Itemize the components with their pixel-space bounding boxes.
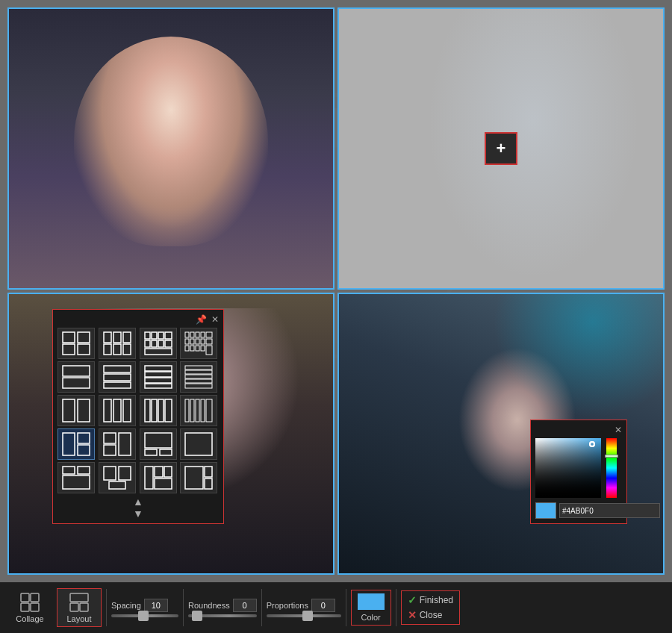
svg-rect-23 [145,349,172,355]
svg-rect-75 [160,449,172,455]
layout-item-10[interactable] [99,395,136,426]
color-picker-close-icon[interactable]: ✕ [615,425,622,435]
svg-rect-27 [201,332,205,337]
check-icon: ✓ [408,594,417,606]
color-swatch-preview [535,502,556,519]
photo-cell-2[interactable]: + [337,7,665,290]
svg-rect-91 [31,593,39,602]
layout-close-icon[interactable]: ✕ [211,314,219,325]
svg-rect-96 [80,603,88,611]
color-button[interactable]: Color [351,590,391,626]
svg-rect-74 [145,449,157,455]
svg-rect-31 [196,339,199,344]
svg-rect-68 [78,433,90,443]
layout-item-14[interactable] [99,428,136,460]
svg-rect-86 [155,478,172,489]
add-photo-button[interactable]: + [485,132,517,165]
layout-button[interactable]: Layout [57,588,102,627]
color-swatch [358,593,385,610]
separator-5 [396,589,396,626]
roundness-control: Roundness 0 [188,599,257,617]
layout-grid [57,328,219,493]
layout-label: Layout [66,614,91,623]
spacing-value: 10 [144,599,168,612]
svg-rect-54 [78,399,90,422]
color-hue-slider[interactable] [606,438,617,498]
svg-rect-14 [123,344,131,355]
layout-item-6[interactable] [99,361,136,393]
layout-item-12[interactable] [180,395,217,426]
svg-rect-25 [190,332,194,337]
proportions-value: 0 [311,599,335,612]
photo-cell-1[interactable] [7,7,335,290]
color-picker-panel: ✕ #4AB0F0 [530,420,627,524]
layout-item-16[interactable] [180,428,217,460]
layout-item-1[interactable] [57,328,95,359]
svg-rect-63 [190,399,194,422]
cross-icon: ✕ [408,609,417,621]
svg-rect-82 [109,481,125,489]
layout-item-17[interactable] [57,462,95,493]
layout-item-18[interactable] [99,462,136,493]
svg-rect-49 [185,370,212,374]
finished-button[interactable]: ✓ Finished [408,594,453,606]
proportions-label: Proportions [267,601,308,610]
layout-arrow-up[interactable]: ▲ [133,496,143,507]
spacing-slider[interactable] [111,614,178,617]
svg-rect-19 [145,340,150,347]
layout-item-3[interactable] [140,328,177,359]
proportions-slider[interactable] [267,614,341,617]
proportions-thumb[interactable] [302,611,313,621]
svg-rect-81 [119,467,131,480]
bottom-toolbar: Collage Layout Spacing 10 Roundness 0 [0,582,672,633]
svg-rect-80 [104,467,116,480]
svg-rect-58 [145,399,150,422]
svg-rect-47 [145,384,172,388]
svg-rect-35 [190,346,194,351]
svg-rect-62 [185,399,189,422]
layout-item-9[interactable] [57,395,95,426]
svg-rect-70 [104,433,116,443]
svg-rect-43 [104,382,131,388]
finished-label: Finished [420,595,453,605]
layout-item-4[interactable] [180,328,217,359]
spacing-thumb[interactable] [138,611,149,621]
layout-pin-icon[interactable]: 📌 [196,314,207,325]
svg-rect-55 [104,399,111,422]
layout-item-11[interactable] [140,395,177,426]
layout-item-2[interactable] [99,328,136,359]
layout-item-19[interactable] [140,462,177,493]
action-buttons: ✓ Finished ✕ Close [401,590,460,625]
svg-rect-17 [158,332,164,339]
svg-rect-52 [185,384,212,388]
svg-rect-24 [185,332,189,337]
svg-rect-50 [185,375,212,378]
svg-rect-12 [104,344,111,355]
close-button[interactable]: ✕ Close [408,609,453,621]
layout-item-8[interactable] [180,361,217,393]
svg-rect-60 [158,399,164,422]
svg-rect-94 [70,593,88,602]
layout-item-15[interactable] [140,428,177,460]
roundness-slider[interactable] [188,614,257,617]
roundness-thumb[interactable] [192,611,202,621]
layout-item-13[interactable] [57,428,95,460]
layout-item-7[interactable] [140,361,177,393]
spacing-control: Spacing 10 [111,599,178,617]
layout-panel-arrows: ▲ ▼ [57,496,219,519]
layout-panel: 📌 ✕ [52,309,224,524]
svg-rect-41 [104,366,131,372]
layout-item-20[interactable] [180,462,217,493]
color-gradient-area[interactable] [535,438,601,498]
layout-arrow-down[interactable]: ▼ [133,508,143,519]
svg-rect-72 [119,433,131,455]
layout-item-5[interactable] [57,361,95,393]
color-hex-input[interactable]: #4AB0F0 [559,503,660,518]
svg-rect-88 [205,467,212,477]
add-icon: + [497,140,506,157]
color-picker-row: #4AB0F0 [535,502,622,519]
collage-button[interactable]: Collage [7,589,52,626]
svg-rect-29 [185,339,189,344]
svg-rect-33 [206,339,212,344]
svg-rect-90 [21,593,29,602]
